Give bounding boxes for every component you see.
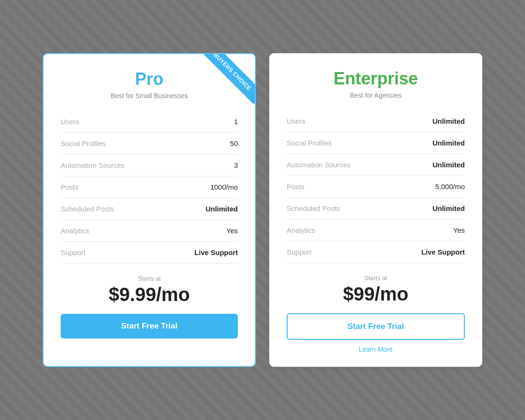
feature-label: Scheduled Posts — [61, 205, 114, 213]
feature-value: Yes — [453, 226, 465, 234]
enterprise-plan-title: Enterprise — [287, 69, 465, 89]
feature-label: Users — [287, 117, 305, 125]
enterprise-price: $99/mo — [287, 283, 465, 305]
feature-value: 3 — [234, 161, 238, 169]
feature-value: Yes — [226, 227, 238, 235]
pro-plan-title: Pro — [61, 69, 238, 89]
feature-label: Support — [287, 248, 312, 256]
table-row: Scheduled Posts Unlimited — [61, 198, 238, 220]
feature-value: Unlimited — [206, 205, 238, 213]
feature-value: 1 — [234, 118, 238, 126]
enterprise-plan-subtitle: Best for Agencies — [287, 91, 465, 99]
pro-features-list: Users 1 Social Profiles 50 Automation So… — [61, 111, 238, 264]
feature-label: Scheduled Posts — [287, 204, 340, 212]
feature-label: Support — [61, 248, 86, 256]
enterprise-starts-at: Starts at — [287, 274, 465, 282]
feature-label: Users — [61, 118, 79, 126]
table-row: Automation Sources Unlimited — [287, 154, 465, 176]
pro-cta-button[interactable]: Start Free Trial — [61, 314, 238, 338]
pro-starts-at: Starts at — [61, 275, 238, 282]
enterprise-plan-card: Enterprise Best for Agencies Users Unlim… — [269, 53, 482, 367]
table-row: Users 1 — [61, 111, 238, 133]
table-row: Support Live Support — [61, 242, 238, 264]
table-row: Posts 5,000/mo — [287, 176, 465, 198]
feature-label: Analytics — [287, 226, 315, 234]
feature-value: Unlimited — [433, 161, 465, 169]
enterprise-learn-more[interactable]: Learn More — [287, 346, 465, 353]
table-row: Scheduled Posts Unlimited — [287, 198, 465, 219]
feature-label: Social Profiles — [287, 139, 332, 147]
table-row: Analytics Yes — [287, 219, 465, 241]
feature-label: Social Profiles — [61, 139, 106, 147]
feature-value: Unlimited — [433, 139, 465, 147]
enterprise-features-list: Users Unlimited Social Profiles Unlimite… — [287, 110, 465, 263]
table-row: Support Live Support — [287, 241, 465, 263]
feature-value: Unlimited — [433, 204, 465, 212]
feature-value: Unlimited — [433, 117, 465, 125]
enterprise-pricing-section: Starts at $99/mo — [287, 274, 465, 305]
feature-value: 5,000/mo — [435, 183, 465, 191]
table-row: Social Profiles Unlimited — [287, 132, 465, 154]
feature-value: 50 — [230, 139, 238, 147]
table-row: Social Profiles 50 — [61, 133, 238, 155]
enterprise-cta-button[interactable]: Start Free Trial — [287, 313, 465, 340]
pro-pricing-section: Starts at $9.99/mo — [61, 275, 238, 305]
feature-label: Analytics — [61, 227, 89, 235]
pro-price: $9.99/mo — [61, 284, 238, 305]
table-row: Analytics Yes — [61, 220, 238, 242]
table-row: Users Unlimited — [287, 110, 465, 132]
pro-plan-card: BUYERS CHOICE Pro Best for Small Busines… — [43, 53, 256, 367]
pricing-container: BUYERS CHOICE Pro Best for Small Busines… — [24, 34, 501, 386]
feature-value: Live Support — [421, 248, 465, 256]
pro-plan-subtitle: Best for Small Businesses — [61, 92, 238, 100]
feature-label: Posts — [287, 183, 305, 191]
feature-label: Automation Sources — [287, 161, 351, 169]
feature-value: Live Support — [194, 248, 238, 256]
feature-label: Automation Sources — [61, 161, 125, 169]
table-row: Automation Sources 3 — [61, 155, 238, 176]
feature-label: Posts — [61, 183, 79, 191]
table-row: Posts 1000/mo — [61, 176, 238, 198]
feature-value: 1000/mo — [210, 183, 238, 191]
